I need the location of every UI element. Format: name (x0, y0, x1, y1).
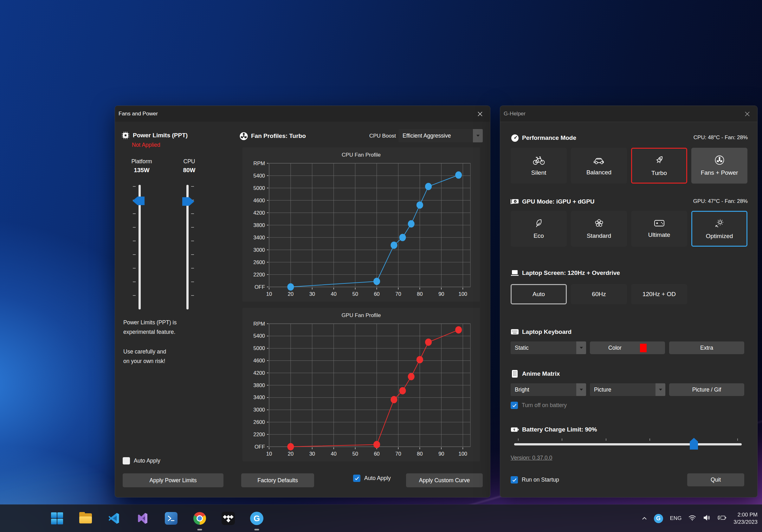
keyboard-mode-value[interactable]: Static (511, 342, 576, 354)
close-icon[interactable] (472, 106, 488, 122)
visual-studio-icon[interactable] (133, 509, 152, 528)
matrix-battery-checkbox[interactable]: Turn off on battery (511, 402, 567, 409)
keyboard-icon (511, 328, 519, 336)
checkbox-unchecked[interactable] (123, 457, 130, 465)
matrix-mode-value[interactable]: Picture (590, 383, 655, 396)
slider-track[interactable] (514, 443, 742, 445)
quit-button[interactable]: Quit (687, 473, 744, 486)
fans-window-titlebar[interactable]: Fans and Power (115, 106, 490, 122)
matrix-brightness-dropdown[interactable]: Bright (511, 383, 586, 396)
running-indicator (255, 529, 259, 530)
mode-tile-fans-power[interactable]: Fans + Power (691, 148, 747, 184)
start-icon[interactable] (47, 509, 67, 528)
gpu-tile-standard[interactable]: Standard (571, 211, 627, 247)
run-on-startup-checkbox[interactable]: Run on Startup (511, 476, 559, 484)
gauge-icon (511, 134, 519, 142)
wifi-icon[interactable] (688, 515, 696, 522)
svg-text:20: 20 (288, 451, 293, 457)
keyboard-color-button[interactable]: Color (590, 342, 665, 354)
cpu-fan-chart-panel[interactable]: CPU Fan Profile OFF220026003000340038004… (243, 147, 480, 301)
svg-text:3800: 3800 (253, 222, 265, 228)
chevron-down-icon[interactable] (473, 129, 483, 142)
laptop-screen-heading-row: Laptop Screen: 120Hz + Overdrive (511, 269, 620, 277)
battery-charging-icon[interactable] (718, 515, 726, 522)
platform-power-slider[interactable] (130, 185, 149, 309)
checkbox-checked[interactable] (511, 476, 518, 484)
screen-tile-auto[interactable]: Auto (511, 284, 567, 304)
ghelper-icon[interactable]: G (247, 509, 266, 528)
gpu-temp-fan-status: GPU: 47°C - Fan: 28% (693, 198, 748, 204)
laptop-screen-heading: Laptop Screen: 120Hz + Overdrive (522, 269, 620, 276)
mode-tile-balanced[interactable]: Balanced (571, 148, 627, 184)
svg-text:70: 70 (395, 291, 401, 297)
svg-text:30: 30 (309, 291, 315, 297)
gpu-chart-title: GPU Fan Profile (243, 308, 480, 322)
chevron-down-icon[interactable] (655, 383, 665, 396)
cpu-boost-dropdown[interactable]: Efficient Aggressive (399, 129, 483, 142)
cpu-fan-curve-chart[interactable]: OFF220026003000340038004200460050005400R… (243, 161, 480, 301)
tray-ghelper-icon[interactable]: G (654, 514, 663, 523)
cpu-power-slider[interactable] (178, 185, 197, 309)
screen-tile-60hz[interactable]: 60Hz (571, 284, 627, 304)
running-indicator (197, 529, 202, 530)
svg-text:10: 10 (266, 291, 272, 297)
warning-line: on your own risk! (123, 356, 177, 366)
matrix-picture-gif-button[interactable]: Picture / Gif (669, 383, 744, 396)
tidal-icon[interactable] (219, 509, 238, 528)
vscode-icon[interactable] (105, 509, 123, 528)
svg-text:50: 50 (352, 291, 358, 297)
keyboard-extra-button[interactable]: Extra (669, 342, 744, 354)
svg-text:5400: 5400 (253, 173, 265, 179)
checkbox-checked[interactable] (511, 402, 518, 409)
auto-apply-label: Auto Apply (364, 475, 391, 482)
gpu-tile-eco[interactable]: Eco (511, 211, 567, 247)
svg-text:80: 80 (417, 291, 422, 297)
language-indicator[interactable]: ENG (670, 515, 682, 521)
apply-custom-curve-button[interactable]: Apply Custom Curve (406, 473, 483, 487)
chrome-icon[interactable] (190, 509, 209, 528)
curve-auto-apply-checkbox[interactable]: Auto Apply (353, 475, 391, 482)
svg-text:60: 60 (374, 291, 379, 297)
svg-text:30: 30 (309, 451, 315, 457)
version-link[interactable]: Version: 0.37.0.0 (511, 455, 552, 461)
checkbox-checked[interactable] (353, 475, 360, 482)
gpu-card-icon (511, 197, 519, 206)
gpu-tile-ultimate[interactable]: Ultimate (631, 211, 687, 247)
chevron-down-icon[interactable] (576, 342, 586, 354)
mode-tile-silent[interactable]: Silent (511, 148, 567, 184)
battery-icon (511, 425, 519, 434)
cpu-boost-value[interactable]: Efficient Aggressive (399, 129, 473, 142)
fans-window-title: Fans and Power (115, 111, 158, 117)
svg-text:2200: 2200 (253, 272, 265, 277)
tray-chevron-up-icon[interactable] (642, 515, 647, 521)
powershell-icon[interactable] (162, 509, 181, 528)
svg-text:OFF: OFF (255, 284, 265, 290)
gpu-fan-curve-chart[interactable]: OFF220026003000340038004200460050005400R… (243, 322, 480, 461)
mode-label: Balanced (586, 169, 611, 176)
svg-text:5000: 5000 (253, 345, 265, 351)
close-icon[interactable] (739, 106, 755, 122)
ghelper-titlebar[interactable]: G-Helper (500, 106, 757, 122)
battery-charge-slider[interactable] (514, 438, 742, 451)
svg-text:20: 20 (288, 291, 293, 297)
clock-time: 2:00 PM (733, 511, 758, 518)
clock[interactable]: 2:00 PM 3/23/2023 (733, 511, 758, 526)
keyboard-mode-dropdown[interactable]: Static (511, 342, 586, 354)
volume-icon[interactable] (703, 514, 711, 522)
matrix-mode-dropdown[interactable]: Picture (590, 383, 665, 396)
gpu-tile-optimized[interactable]: Optimized (691, 211, 747, 247)
apply-power-limits-button[interactable]: Apply Power Limits (123, 473, 223, 487)
screen-tile-120hz-od[interactable]: 120Hz + OD (631, 284, 687, 304)
gpu-fan-chart-panel[interactable]: GPU Fan Profile OFF220026003000340038004… (243, 308, 480, 461)
matrix-brightness-value[interactable]: Bright (511, 383, 576, 396)
chevron-down-icon[interactable] (576, 383, 586, 396)
svg-text:50: 50 (352, 451, 358, 457)
factory-defaults-button[interactable]: Factory Defaults (241, 473, 314, 487)
power-auto-apply-checkbox[interactable]: Auto Apply (123, 457, 160, 465)
mode-tile-turbo[interactable]: Turbo (631, 148, 687, 184)
fans-and-power-window: Fans and Power Power Limits (PPT) Not Ap… (115, 106, 491, 497)
file-explorer-icon[interactable] (76, 509, 95, 528)
svg-text:70: 70 (395, 451, 401, 457)
platform-label: Platform (123, 158, 161, 165)
taskbar-pinned-apps: G (47, 505, 266, 532)
